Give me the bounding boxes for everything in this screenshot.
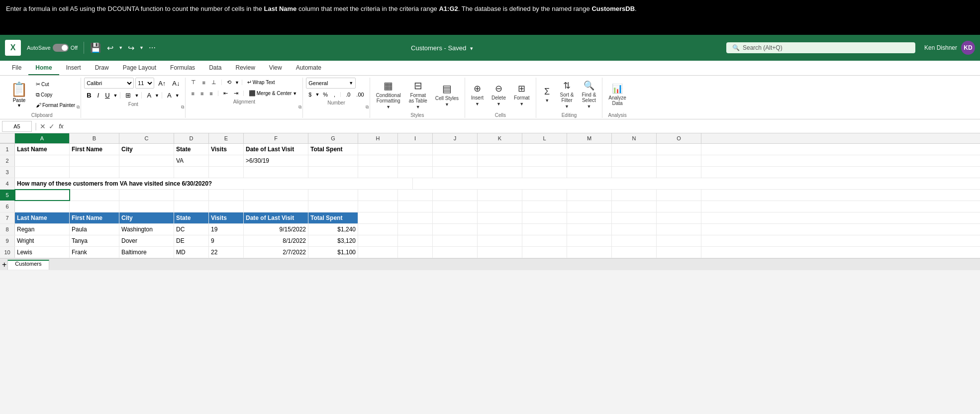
increase-decimal-button[interactable]: .0 xyxy=(343,90,353,99)
col-header-g[interactable]: G xyxy=(308,133,358,143)
cell-b10[interactable]: Frank xyxy=(70,247,119,258)
cell-h7[interactable] xyxy=(358,212,398,223)
col-header-c[interactable]: C xyxy=(119,133,174,143)
cell-h9[interactable] xyxy=(358,235,398,246)
cell-b8[interactable]: Paula xyxy=(70,224,119,235)
cell-m6[interactable] xyxy=(567,201,612,212)
autosave-toggle[interactable] xyxy=(53,44,69,52)
increase-indent-button[interactable]: ⇥ xyxy=(231,89,241,98)
cell-a5[interactable] xyxy=(15,190,70,201)
cell-a1[interactable]: Last Name xyxy=(15,144,70,155)
align-bottom-button[interactable]: ⊥ xyxy=(209,78,219,87)
cell-e8[interactable]: 19 xyxy=(209,224,244,235)
cell-e5[interactable] xyxy=(209,190,244,201)
cell-reference-input[interactable]: A5 xyxy=(2,121,32,132)
tab-page-layout[interactable]: Page Layout xyxy=(116,61,163,75)
cut-button[interactable]: ✂ Cut xyxy=(33,80,78,89)
cell-i5[interactable] xyxy=(398,190,433,201)
cell-l6[interactable] xyxy=(522,201,567,212)
cell-g10[interactable]: $1,100 xyxy=(308,247,358,258)
cell-d1[interactable]: State xyxy=(174,144,209,155)
cs-dropdown[interactable]: ▼ xyxy=(445,102,449,107)
cell-g1[interactable]: Total Spent xyxy=(308,144,358,155)
format-table-button[interactable]: ⊟ Formatas Table ▼ xyxy=(406,78,430,111)
text-direction-button[interactable]: ⟲ xyxy=(224,78,234,87)
italic-button[interactable]: I xyxy=(95,90,102,101)
col-header-m[interactable]: M xyxy=(567,133,612,143)
tab-automate[interactable]: Automate xyxy=(289,61,328,75)
cell-o3[interactable] xyxy=(657,167,701,178)
cell-d9[interactable]: DE xyxy=(174,235,209,246)
cell-b5[interactable] xyxy=(70,190,119,201)
cell-j3[interactable] xyxy=(433,167,478,178)
cell-i9[interactable] xyxy=(398,235,433,246)
redo-button[interactable]: ↪ xyxy=(126,42,136,54)
cell-j1[interactable] xyxy=(433,144,478,155)
merge-dropdown[interactable]: ▼ xyxy=(293,91,297,96)
cell-g3[interactable] xyxy=(308,167,358,178)
cell-d3[interactable] xyxy=(174,167,209,178)
cell-d7[interactable]: State xyxy=(174,212,209,223)
col-header-b[interactable]: B xyxy=(70,133,119,143)
cell-a4[interactable]: How many of these customers from VA have… xyxy=(15,178,413,189)
align-top-button[interactable]: ⊤ xyxy=(189,78,198,87)
customize-button[interactable]: ⋯ xyxy=(147,43,158,53)
tab-home[interactable]: Home xyxy=(28,61,59,75)
cell-e10[interactable]: 22 xyxy=(209,247,244,258)
cell-o5[interactable] xyxy=(657,190,701,201)
cell-b1[interactable]: First Name xyxy=(70,144,119,155)
cell-g6[interactable] xyxy=(308,201,358,212)
cell-c2[interactable] xyxy=(119,155,174,166)
cell-l5[interactable] xyxy=(522,190,567,201)
cell-c5[interactable] xyxy=(119,190,174,201)
cell-a7[interactable]: Last Name xyxy=(15,212,70,223)
cell-b9[interactable]: Tanya xyxy=(70,235,119,246)
border-dropdown[interactable]: ▼ xyxy=(134,93,139,98)
cell-e2[interactable] xyxy=(209,155,244,166)
find-select-button[interactable]: 🔍 Find &Select ▼ xyxy=(579,78,599,111)
copy-button[interactable]: ⧉ Copy xyxy=(33,90,78,100)
cell-f9[interactable]: 8/1/2022 xyxy=(244,235,308,246)
cell-c6[interactable] xyxy=(119,201,174,212)
cell-n1[interactable] xyxy=(612,144,657,155)
cell-g2[interactable] xyxy=(308,155,358,166)
paste-button[interactable]: 📋 Paste ▼ xyxy=(6,79,32,110)
cell-k7[interactable] xyxy=(478,212,522,223)
cell-a2[interactable] xyxy=(15,155,70,166)
cell-i1[interactable] xyxy=(398,144,433,155)
align-right-button[interactable]: ≡ xyxy=(207,89,215,98)
cell-a6[interactable] xyxy=(15,201,70,212)
insert-button[interactable]: ⊕ Insert ▼ xyxy=(468,81,487,108)
col-header-f[interactable]: F xyxy=(244,133,308,143)
cell-c1[interactable]: City xyxy=(119,144,174,155)
cell-i2[interactable] xyxy=(398,155,433,166)
cell-n6[interactable] xyxy=(612,201,657,212)
cell-l10[interactable] xyxy=(522,247,567,258)
formula-input[interactable] xyxy=(68,121,979,132)
cell-d10[interactable]: MD xyxy=(174,247,209,258)
sum-dropdown[interactable]: ▼ xyxy=(545,98,549,103)
cell-g7[interactable]: Total Spent xyxy=(308,212,358,223)
text-dir-dropdown[interactable]: ▼ xyxy=(235,80,239,85)
comma-button[interactable]: , xyxy=(331,90,338,99)
cell-l1[interactable] xyxy=(522,144,567,155)
cell-k10[interactable] xyxy=(478,247,522,258)
cell-k6[interactable] xyxy=(478,201,522,212)
cell-h10[interactable] xyxy=(358,247,398,258)
cell-c8[interactable]: Washington xyxy=(119,224,174,235)
border-button[interactable]: ⊞ xyxy=(123,90,133,101)
save-button[interactable]: 💾 xyxy=(90,42,101,53)
cell-c9[interactable]: Dover xyxy=(119,235,174,246)
col-header-i[interactable]: I xyxy=(398,133,433,143)
cell-j2[interactable] xyxy=(433,155,478,166)
cell-j10[interactable] xyxy=(433,247,478,258)
col-header-j[interactable]: J xyxy=(433,133,478,143)
cell-b2[interactable] xyxy=(70,155,119,166)
decrease-font-button[interactable]: A↓ xyxy=(170,78,182,89)
cell-e3[interactable] xyxy=(209,167,244,178)
wrap-text-button[interactable]: ↵ Wrap Text xyxy=(245,78,278,87)
cell-o6[interactable] xyxy=(657,201,701,212)
cell-n7[interactable] xyxy=(612,212,657,223)
font-size-select[interactable]: 11 xyxy=(135,78,154,89)
search-box[interactable]: 🔍 Search (Alt+Q) xyxy=(726,42,915,53)
